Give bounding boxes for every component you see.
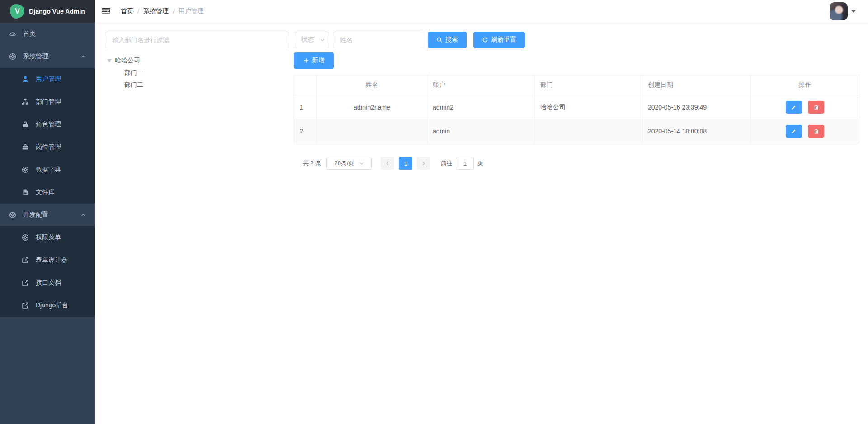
- add-button-label: 新增: [312, 57, 325, 65]
- sidebar-item-data-dict[interactable]: 数据字典: [0, 158, 95, 181]
- page-number-button[interactable]: 1: [399, 157, 412, 170]
- cell-actions: [751, 95, 859, 119]
- status-select[interactable]: 状态: [294, 32, 329, 48]
- page-size-select[interactable]: 20条/页: [326, 157, 372, 170]
- submenu-system: 用户管理 部门管理 角色管理: [0, 68, 95, 204]
- sidebar-item-dept-mgmt[interactable]: 部门管理: [0, 91, 95, 113]
- search-button-label: 搜索: [445, 36, 458, 44]
- department-tree: 哈哈公司 部门一 部门二: [105, 54, 289, 91]
- chevron-down-icon: [320, 37, 325, 43]
- cell-index: 2: [294, 119, 317, 143]
- toolbar: 新增: [294, 52, 859, 69]
- sidebar-item-django-admin[interactable]: Django后台: [0, 294, 95, 317]
- edit-button[interactable]: [786, 125, 802, 138]
- table-row[interactable]: 1 admin2name admin2 哈哈公司 2020-05-16 23:3…: [294, 95, 859, 119]
- cell-account: admin2: [427, 95, 535, 119]
- cell-dept: 哈哈公司: [535, 95, 642, 119]
- tree-node-child[interactable]: 部门二: [105, 79, 289, 91]
- sidebar-group-dev-config[interactable]: 开发配置: [0, 204, 95, 226]
- external-link-icon: [22, 279, 29, 286]
- sidebar-item-role-mgmt[interactable]: 角色管理: [0, 113, 95, 136]
- col-header-index: [294, 75, 317, 95]
- cell-index: 1: [294, 95, 317, 119]
- external-link-icon: [22, 257, 29, 264]
- pagination-total: 共 2 条: [303, 159, 321, 167]
- goto-page-group: 前往 页: [440, 157, 483, 170]
- briefcase-icon: [22, 143, 29, 151]
- add-button[interactable]: 新增: [294, 52, 334, 69]
- chevron-up-icon: [80, 54, 86, 59]
- sidebar-item-label: 用户管理: [36, 75, 61, 83]
- breadcrumb-separator: /: [137, 8, 139, 15]
- dept-filter-input[interactable]: [105, 32, 289, 48]
- sidebar-item-form-designer[interactable]: 表单设计器: [0, 249, 95, 272]
- sidebar-item-permission-menu[interactable]: 权限菜单: [0, 226, 95, 249]
- name-filter-input[interactable]: [333, 32, 424, 48]
- cell-name: admin2name: [317, 95, 427, 119]
- edit-icon: [791, 129, 797, 134]
- refresh-reset-button[interactable]: 刷新重置: [473, 32, 525, 48]
- hamburger-icon[interactable]: [102, 7, 111, 16]
- breadcrumb-section[interactable]: 系统管理: [143, 7, 169, 15]
- caret-down-icon[interactable]: [851, 10, 856, 13]
- avatar[interactable]: [830, 2, 848, 20]
- sidebar-group-system[interactable]: 系统管理: [0, 45, 95, 68]
- next-page-button[interactable]: [417, 157, 430, 170]
- chevron-up-icon: [80, 212, 86, 218]
- app-logo-icon: V: [10, 4, 24, 19]
- delete-button[interactable]: [808, 101, 824, 114]
- breadcrumb-current: 用户管理: [179, 7, 204, 15]
- sidebar-item-user-mgmt[interactable]: 用户管理: [0, 68, 95, 91]
- sidebar-item-label: 角色管理: [36, 120, 61, 129]
- table-row[interactable]: 2 admin 2020-05-14 18:00:08: [294, 119, 859, 143]
- org-tree-icon: [22, 98, 29, 105]
- refresh-icon: [482, 37, 488, 43]
- trash-icon: [813, 105, 819, 110]
- search-button[interactable]: 搜索: [428, 32, 467, 48]
- sidebar-item-file-library[interactable]: 文件库: [0, 181, 95, 204]
- sidebar-item-label: 首页: [23, 30, 36, 38]
- sidebar-item-label: 数据字典: [36, 166, 61, 174]
- chevron-right-icon: [421, 161, 426, 166]
- trash-icon: [813, 129, 819, 134]
- tree-node-root[interactable]: 哈哈公司: [105, 54, 289, 67]
- table-header-row: 姓名 账户 部门 创建日期 操作: [294, 75, 859, 95]
- tree-node-child[interactable]: 部门一: [105, 67, 289, 79]
- prev-page-button[interactable]: [381, 157, 394, 170]
- delete-button[interactable]: [808, 125, 824, 138]
- col-header-actions: 操作: [751, 75, 859, 95]
- cell-actions: [751, 119, 859, 143]
- cell-created: 2020-05-14 18:00:08: [642, 119, 751, 143]
- pagination: 共 2 条 20条/页 1 前往 页: [303, 157, 859, 170]
- main-area: 首页 / 系统管理 / 用户管理 哈哈公司 部门一 部门二: [95, 0, 868, 424]
- sidebar-item-label: 部门管理: [36, 98, 61, 106]
- sidebar-item-label: 文件库: [36, 188, 55, 196]
- sidebar-item-label: 表单设计器: [36, 256, 67, 264]
- sidebar-item-label: 岗位管理: [36, 143, 61, 151]
- wheel-icon: [9, 211, 16, 219]
- tree-expand-icon[interactable]: [107, 59, 112, 62]
- refresh-reset-button-label: 刷新重置: [491, 36, 516, 44]
- sidebar-item-home[interactable]: 首页: [0, 23, 95, 45]
- sidebar-item-post-mgmt[interactable]: 岗位管理: [0, 136, 95, 158]
- edit-button[interactable]: [786, 101, 802, 114]
- sidebar: V Django Vue Admin 首页 系统管理 用户管理: [0, 0, 95, 424]
- user-panel: 状态 搜索 刷新重置: [294, 32, 859, 424]
- tree-node-label: 部门一: [124, 69, 143, 77]
- filter-row: 状态 搜索 刷新重置: [294, 32, 859, 48]
- sidebar-item-label: 权限菜单: [36, 233, 61, 242]
- goto-page-input[interactable]: [456, 157, 474, 170]
- dashboard-icon: [9, 30, 16, 38]
- edit-icon: [791, 105, 797, 110]
- plus-icon: [303, 57, 309, 64]
- top-navbar: 首页 / 系统管理 / 用户管理: [95, 0, 868, 23]
- user-table: 姓名 账户 部门 创建日期 操作 1 admin2name admin2 哈哈公…: [294, 75, 859, 143]
- page-content: 哈哈公司 部门一 部门二 状态: [95, 23, 868, 424]
- document-icon: [22, 189, 29, 196]
- breadcrumb-home[interactable]: 首页: [121, 7, 133, 15]
- search-icon: [436, 37, 443, 43]
- breadcrumb: 首页 / 系统管理 / 用户管理: [121, 7, 204, 15]
- logo-bar[interactable]: V Django Vue Admin: [0, 0, 95, 23]
- tree-node-label: 部门二: [124, 81, 143, 89]
- sidebar-item-api-docs[interactable]: 接口文档: [0, 272, 95, 294]
